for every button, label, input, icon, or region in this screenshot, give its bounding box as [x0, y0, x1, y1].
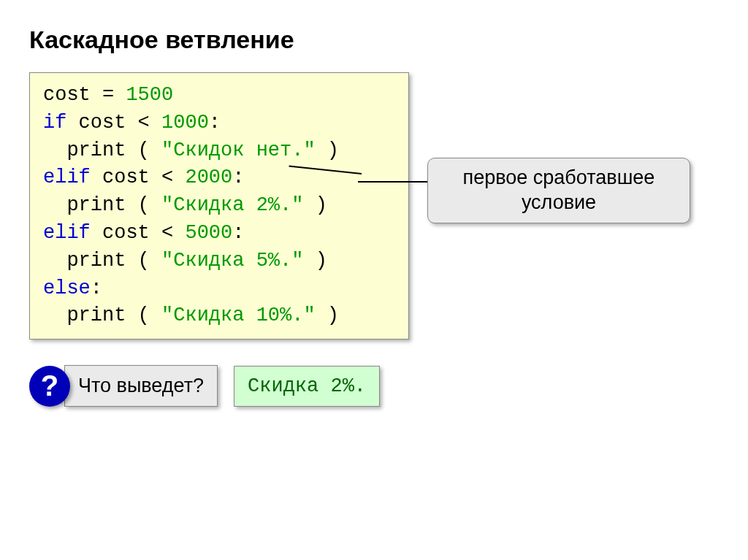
bottom-row: ? Что выведет? Скидка 2%. [29, 365, 719, 407]
code-line: print ( "Скидка 10%." ) [43, 302, 395, 330]
code-line: if cost < 1000: [43, 110, 395, 137]
code-line: cost = 1500 [43, 82, 395, 110]
code-line: print ( "Скидка 5%." ) [43, 248, 395, 275]
code-line: elif cost < 2000: [43, 164, 395, 192]
code-line: elif cost < 5000: [43, 220, 395, 248]
code-block: cost = 1500 if cost < 1000: print ( "Ски… [29, 72, 409, 340]
callout-box: первое сработавшее условие [427, 158, 690, 223]
code-line: else: [43, 275, 395, 303]
callout-pointer [358, 181, 431, 183]
question-icon: ? [29, 366, 70, 407]
question-text: Что выведет? [64, 365, 218, 407]
code-line: print ( "Скидка 2%." ) [43, 192, 395, 220]
answer-text: Скидка 2%. [234, 366, 380, 407]
slide-title: Каскадное ветвление [29, 26, 719, 54]
code-line: print ( "Скидок нет." ) [43, 137, 395, 165]
